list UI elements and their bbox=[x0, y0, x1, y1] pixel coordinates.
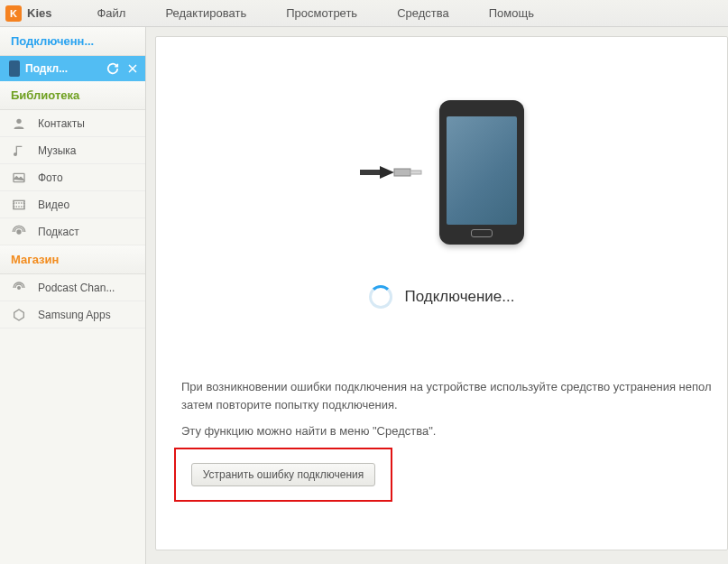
sidebar-item-label: Фото bbox=[38, 171, 63, 184]
help-line: Эту функцию можно найти в меню "Средства… bbox=[181, 422, 727, 440]
apps-icon bbox=[11, 307, 27, 323]
refresh-icon[interactable] bbox=[106, 61, 120, 76]
sidebar-item-label: Контакты bbox=[38, 117, 85, 130]
menu-edit[interactable]: Редактировать bbox=[145, 6, 266, 20]
help-line: При возникновении ошибки подключения на … bbox=[181, 378, 727, 413]
fix-highlight-box: Устранить ошибку подключения bbox=[174, 448, 392, 502]
video-icon bbox=[11, 197, 27, 213]
status-text: Подключение... bbox=[405, 288, 515, 306]
content-card: Подключение... При возникновении ошибки … bbox=[155, 36, 728, 550]
menu-help[interactable]: Помощь bbox=[469, 6, 554, 20]
sidebar-item-label: Samsung Apps bbox=[38, 309, 111, 321]
sidebar-item-label: Музыка bbox=[38, 144, 76, 157]
sidebar-store-header: Магазин bbox=[0, 245, 145, 274]
music-icon bbox=[11, 143, 27, 159]
broadcast-icon bbox=[11, 280, 27, 296]
menu-file[interactable]: Файл bbox=[77, 6, 145, 20]
svg-point-4 bbox=[18, 286, 21, 289]
sidebar-item-podcast[interactable]: Подкаст bbox=[0, 218, 145, 245]
sidebar-device-row[interactable]: Подкл... bbox=[0, 56, 145, 81]
close-icon[interactable] bbox=[125, 61, 140, 76]
sidebar-device-label: Подкл... bbox=[25, 62, 68, 75]
sidebar-item-photo[interactable]: Фото bbox=[0, 164, 145, 191]
menu-tools[interactable]: Средства bbox=[377, 6, 469, 20]
svg-marker-6 bbox=[380, 166, 394, 179]
app-logo-icon: K bbox=[5, 5, 22, 22]
phone-device-icon bbox=[439, 100, 524, 245]
sidebar-item-music[interactable]: Музыка bbox=[0, 137, 145, 164]
podcast-icon bbox=[11, 224, 27, 240]
sidebar-library-header: Библиотека bbox=[0, 81, 145, 110]
svg-rect-8 bbox=[410, 171, 421, 174]
sidebar: Подключенн... Подкл... Библиотека Контак… bbox=[0, 27, 146, 564]
svg-rect-5 bbox=[360, 170, 380, 175]
spinner-icon bbox=[369, 285, 392, 309]
phone-mini-icon bbox=[9, 60, 20, 77]
sidebar-item-label: Podcast Chan... bbox=[38, 282, 115, 294]
svg-rect-2 bbox=[14, 200, 24, 208]
menu-view[interactable]: Просмотреть bbox=[266, 6, 377, 20]
menubar: K Kies Файл Редактировать Просмотреть Ср… bbox=[0, 0, 728, 27]
svg-point-0 bbox=[16, 118, 21, 123]
sidebar-item-video[interactable]: Видео bbox=[0, 191, 145, 218]
sidebar-item-samsung-apps[interactable]: Samsung Apps bbox=[0, 301, 145, 328]
usb-cable-icon bbox=[360, 162, 423, 182]
svg-point-3 bbox=[17, 230, 21, 234]
app-window: K Kies Файл Редактировать Просмотреть Ср… bbox=[0, 0, 728, 564]
sidebar-item-label: Подкаст bbox=[38, 226, 79, 238]
photo-icon bbox=[11, 170, 27, 186]
sidebar-item-podcast-channel[interactable]: Podcast Chan... bbox=[0, 274, 145, 301]
body-area: Подключенн... Подкл... Библиотека Контак… bbox=[0, 27, 728, 564]
device-illustration bbox=[360, 100, 524, 245]
sidebar-item-label: Видео bbox=[38, 199, 69, 211]
sidebar-item-contacts[interactable]: Контакты bbox=[0, 110, 145, 137]
connection-status: Подключение... bbox=[369, 285, 515, 309]
svg-rect-7 bbox=[394, 169, 410, 176]
main-panel: Подключение... При возникновении ошибки … bbox=[146, 27, 728, 564]
app-title: Kies bbox=[27, 6, 51, 20]
contacts-icon bbox=[11, 116, 27, 132]
help-text-block: При возникновении ошибки подключения на … bbox=[181, 378, 727, 449]
fix-connection-button[interactable]: Устранить ошибку подключения bbox=[191, 463, 375, 486]
sidebar-connected-header: Подключенн... bbox=[0, 27, 145, 56]
